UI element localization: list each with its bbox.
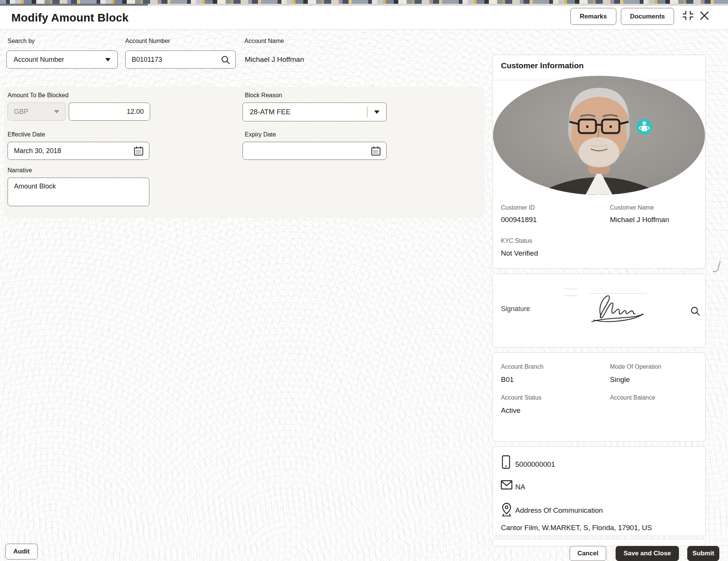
location-icon (501, 503, 512, 517)
search-icon[interactable] (221, 55, 230, 65)
account-status-value: Active (501, 406, 521, 415)
calendar-icon[interactable] (371, 146, 381, 156)
contact-details-card: 5000000001 NA Address Of Communication C… (492, 446, 706, 536)
kyc-status-value: Not Verified (501, 249, 538, 258)
account-branch-value: B01 (501, 376, 514, 384)
documents-button[interactable]: Documents (621, 8, 674, 25)
mobile-icon (502, 455, 510, 469)
mobile-number-value: 5000000001 (515, 460, 555, 469)
effective-date-label: Effective Date (8, 131, 45, 138)
currency-selected-value: GBP (14, 108, 28, 116)
signature-image (585, 292, 651, 328)
chevron-down-icon (54, 110, 59, 113)
remarks-button-label: Remarks (580, 13, 607, 20)
submit-button-label: Submit (693, 550, 714, 557)
search-by-label: Search by (8, 38, 35, 44)
search-by-select[interactable]: Account Number (6, 51, 118, 69)
audit-button-label: Audit (13, 548, 29, 555)
chevron-down-icon (374, 110, 379, 114)
effective-date-input[interactable] (8, 142, 149, 160)
mode-of-operation-label: Mode Of Operation (610, 363, 661, 370)
amount-to-be-blocked-label: Amount To Be Blocked (8, 92, 69, 99)
customer-information-card: Customer Information (492, 55, 706, 269)
expiry-date-label: Expiry Date (245, 131, 276, 138)
signature-label: Signature (501, 305, 530, 313)
restore-icon[interactable] (681, 10, 695, 21)
submit-button[interactable]: Submit (687, 546, 719, 561)
save-and-close-button[interactable]: Save and Close (616, 546, 679, 561)
divider (564, 296, 577, 296)
block-reason-select[interactable]: 28-ATM FEE (243, 103, 387, 121)
block-reason-dropdown-button[interactable] (367, 110, 386, 114)
amount-block-form-panel: Amount To Be Blocked GBP Block Reason 28… (4, 87, 485, 218)
customer-photo (493, 76, 705, 195)
customer-id-label: Customer ID (501, 204, 535, 211)
amount-input[interactable] (69, 103, 150, 121)
block-reason-selected-value: 28-ATM FEE (250, 108, 290, 116)
customer-name-label: Customer Name (610, 204, 654, 211)
account-name-value: Michael J Hoffman (245, 55, 304, 64)
signature-card: Signature (492, 274, 706, 348)
zoom-icon[interactable] (690, 306, 700, 316)
currency-select[interactable]: GBP (8, 103, 66, 121)
account-number-input[interactable] (125, 51, 236, 69)
close-icon[interactable] (699, 11, 710, 21)
divider (564, 289, 577, 289)
documents-button-label: Documents (630, 13, 665, 20)
calendar-icon[interactable] (134, 146, 144, 156)
chevron-down-icon (105, 58, 111, 61)
profile-360-icon[interactable] (636, 118, 653, 135)
background-flourish (713, 260, 721, 273)
account-name-label: Account Name (244, 38, 284, 44)
account-balance-label: Account Balance (610, 394, 655, 401)
modify-amount-block-screen: Modify Amount Block Remarks Documents Se… (0, 0, 728, 561)
background-banner-image (0, 0, 728, 4)
account-number-label: Account Number (125, 38, 170, 44)
kyc-status-label: KYC Status (501, 238, 532, 244)
search-by-selected-value: Account Number (14, 56, 64, 64)
account-branch-label: Account Branch (501, 363, 544, 370)
mode-of-operation-value: Single (610, 376, 630, 384)
card-stub (492, 539, 706, 546)
customer-name-value: Michael J Hoffman (610, 216, 669, 224)
account-details-card: Account Branch Mode Of Operation B01 Sin… (492, 353, 706, 441)
customer-information-title: Customer Information (501, 61, 584, 70)
cancel-button[interactable]: Cancel (570, 546, 606, 561)
audit-button[interactable]: Audit (5, 544, 38, 559)
account-status-label: Account Status (501, 394, 542, 401)
expiry-date-input[interactable] (243, 142, 387, 160)
cancel-button-label: Cancel (577, 550, 599, 557)
narrative-label: Narrative (8, 167, 32, 174)
address-value: Cantor Film, W.MARKET, S, Florida, 17901… (501, 524, 652, 532)
email-value: NA (515, 483, 525, 491)
narrative-textarea[interactable]: Amount Block (8, 178, 149, 206)
save-and-close-button-label: Save and Close (624, 550, 671, 557)
address-of-communication-label: Address Of Communication (515, 506, 603, 515)
block-reason-label: Block Reason (245, 92, 282, 99)
customer-id-value: 000941891 (501, 216, 537, 224)
page-title: Modify Amount Block (11, 11, 129, 24)
header-bar: Modify Amount Block Remarks Documents (0, 6, 728, 30)
remarks-button[interactable]: Remarks (570, 8, 616, 25)
email-icon (501, 480, 513, 490)
